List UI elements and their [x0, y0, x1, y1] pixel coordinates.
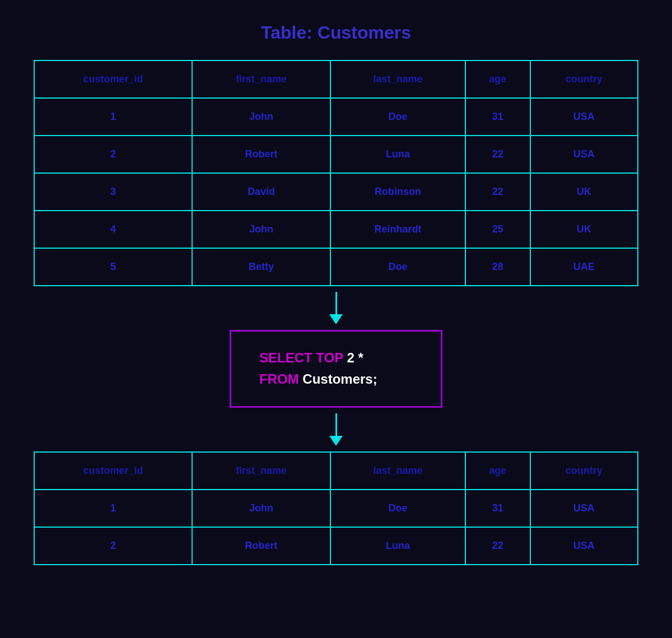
- query-line-1: SELECT TOP 2 *: [259, 347, 413, 369]
- col-header-last-name: last_name: [330, 60, 465, 98]
- query-box: SELECT TOP 2 * FROM Customers;: [230, 330, 442, 408]
- table-cell: Doe: [330, 98, 465, 136]
- table-row: 1JohnDoe31USA: [34, 490, 638, 527]
- table-row: 4JohnReinhardt25UK: [34, 211, 638, 248]
- table-cell: UAE: [530, 248, 638, 286]
- table-cell: David: [192, 173, 330, 211]
- table-cell: Betty: [192, 248, 330, 286]
- source-table-header-row: customer_id first_name last_name age cou…: [34, 60, 638, 98]
- result-table-header-row: customer_id first_name last_name age cou…: [34, 452, 638, 490]
- table-row: 2RobertLuna22USA: [34, 136, 638, 173]
- col-header-country: country: [530, 60, 638, 98]
- table-cell: 2: [34, 136, 192, 173]
- table-cell: USA: [530, 490, 638, 527]
- table-cell: Doe: [330, 248, 465, 286]
- table-cell: John: [192, 490, 330, 527]
- table-cell: Robert: [192, 527, 330, 565]
- res-col-header-first-name: first_name: [192, 452, 330, 490]
- source-table: customer_id first_name last_name age cou…: [34, 60, 638, 286]
- res-col-header-age: age: [465, 452, 530, 490]
- table-row: 2RobertLuna22USA: [34, 527, 638, 565]
- arrow-line-2: [335, 413, 337, 436]
- table-cell: UK: [530, 173, 638, 211]
- table-cell: 1: [34, 98, 192, 136]
- query-line1-rest: 2 *: [343, 350, 363, 365]
- res-col-header-customer-id: customer_id: [34, 452, 192, 490]
- table-cell: USA: [530, 136, 638, 173]
- arrow-to-query: [329, 292, 343, 324]
- table-cell: Luna: [330, 136, 465, 173]
- table-row: 1JohnDoe31USA: [34, 98, 638, 136]
- table-cell: 22: [465, 173, 530, 211]
- query-line-2: FROM Customers;: [259, 369, 413, 390]
- col-header-customer-id: customer_id: [34, 60, 192, 98]
- query-line2-rest: Customers;: [299, 371, 377, 386]
- table-cell: 2: [34, 527, 192, 565]
- result-table: customer_id first_name last_name age cou…: [34, 451, 638, 565]
- table-cell: 31: [465, 98, 530, 136]
- page-container: Table: Customers customer_id first_name …: [34, 22, 638, 565]
- keyword-from: FROM: [259, 371, 299, 386]
- table-cell: Reinhardt: [330, 211, 465, 248]
- res-col-header-country: country: [530, 452, 638, 490]
- arrow-to-result: [329, 413, 343, 446]
- res-col-header-last-name: last_name: [330, 452, 465, 490]
- table-cell: 25: [465, 211, 530, 248]
- page-title: Table: Customers: [261, 22, 411, 43]
- col-header-age: age: [465, 60, 530, 98]
- table-cell: 31: [465, 490, 530, 527]
- arrow-line-1: [335, 292, 337, 314]
- table-cell: 22: [465, 527, 530, 565]
- table-cell: Robert: [192, 136, 330, 173]
- table-cell: 4: [34, 211, 192, 248]
- table-cell: UK: [530, 211, 638, 248]
- table-cell: Luna: [330, 527, 465, 565]
- table-row: 5BettyDoe28UAE: [34, 248, 638, 286]
- table-cell: USA: [530, 98, 638, 136]
- table-cell: 22: [465, 136, 530, 173]
- table-cell: John: [192, 211, 330, 248]
- table-cell: USA: [530, 527, 638, 565]
- table-cell: Doe: [330, 490, 465, 527]
- table-cell: 5: [34, 248, 192, 286]
- col-header-first-name: first_name: [192, 60, 330, 98]
- table-cell: 3: [34, 173, 192, 211]
- table-row: 3DavidRobinson22UK: [34, 173, 638, 211]
- table-cell: 28: [465, 248, 530, 286]
- table-cell: John: [192, 98, 330, 136]
- keyword-select-top: SELECT TOP: [259, 350, 343, 365]
- arrow-head-1: [329, 314, 343, 324]
- table-cell: 1: [34, 490, 192, 527]
- table-cell: Robinson: [330, 173, 465, 211]
- arrow-head-2: [329, 436, 343, 446]
